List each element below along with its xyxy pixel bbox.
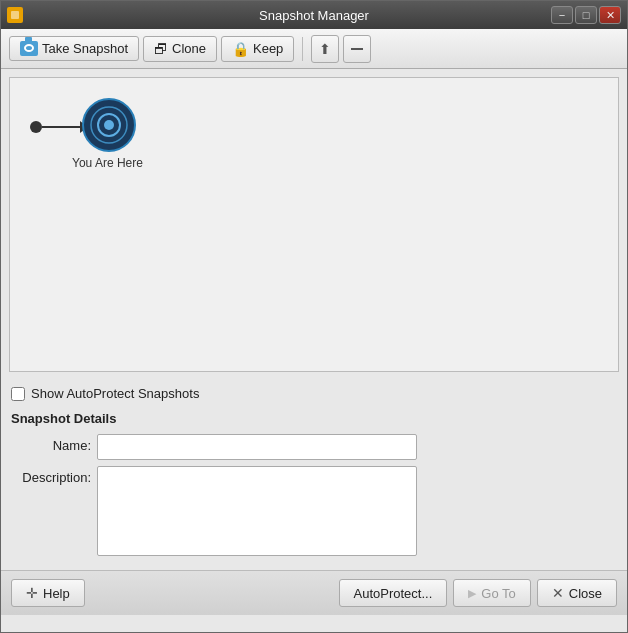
toolbar: Take Snapshot 🗗 Clone 🔒 Keep ⬆ bbox=[1, 29, 627, 69]
snapshot-diagram: You Are Here bbox=[30, 98, 136, 155]
svg-rect-1 bbox=[11, 11, 19, 19]
window-title: Snapshot Manager bbox=[259, 8, 369, 23]
details-section: Snapshot Details Name: Description: bbox=[1, 407, 627, 570]
autoprotect-label: AutoProtect... bbox=[354, 586, 433, 601]
clone-icon: 🗗 bbox=[154, 41, 168, 57]
clone-label: Clone bbox=[172, 41, 206, 56]
current-node-wrapper: You Are Here bbox=[82, 98, 136, 155]
footer-left: ✛ Help bbox=[11, 579, 85, 607]
clone-button[interactable]: 🗗 Clone bbox=[143, 36, 217, 62]
keep-label: Keep bbox=[253, 41, 283, 56]
snapshot-manager-window: Snapshot Manager − □ ✕ Take Snapshot 🗗 C… bbox=[0, 0, 628, 633]
snapshot-area: You Are Here bbox=[9, 77, 619, 372]
take-snapshot-button[interactable]: Take Snapshot bbox=[9, 36, 139, 61]
autoprotect-checkbox-row: Show AutoProtect Snapshots bbox=[1, 380, 627, 407]
title-bar: Snapshot Manager − □ ✕ bbox=[1, 1, 627, 29]
title-bar-left bbox=[7, 7, 23, 23]
start-node bbox=[30, 121, 42, 133]
autoprotect-button[interactable]: AutoProtect... bbox=[339, 579, 448, 607]
autoprotect-checkbox[interactable] bbox=[11, 387, 25, 401]
help-button[interactable]: ✛ Help bbox=[11, 579, 85, 607]
minimize-button[interactable]: − bbox=[551, 6, 573, 24]
connector-line bbox=[42, 126, 82, 128]
restore-button[interactable]: □ bbox=[575, 6, 597, 24]
footer: ✛ Help AutoProtect... ▶ Go To ✕ Close bbox=[1, 570, 627, 615]
svg-rect-2 bbox=[351, 48, 363, 50]
current-snapshot-label: You Are Here bbox=[72, 156, 143, 170]
help-icon: ✛ bbox=[26, 585, 38, 601]
name-label: Name: bbox=[11, 434, 91, 453]
name-input[interactable] bbox=[97, 434, 417, 460]
svg-point-6 bbox=[104, 120, 114, 130]
app-icon bbox=[7, 7, 23, 23]
description-textarea[interactable] bbox=[97, 466, 417, 556]
goto-button[interactable]: ▶ Go To bbox=[453, 579, 530, 607]
close-label: Close bbox=[569, 586, 602, 601]
help-label: Help bbox=[43, 586, 70, 601]
autoprotect-checkbox-label[interactable]: Show AutoProtect Snapshots bbox=[31, 386, 199, 401]
keep-button[interactable]: 🔒 Keep bbox=[221, 36, 294, 62]
description-label: Description: bbox=[11, 466, 91, 485]
title-bar-controls: − □ ✕ bbox=[551, 6, 621, 24]
toolbar-separator bbox=[302, 37, 303, 61]
delete-button[interactable] bbox=[343, 35, 371, 63]
footer-right: AutoProtect... ▶ Go To ✕ Close bbox=[339, 579, 617, 607]
goto-label: Go To bbox=[481, 586, 515, 601]
details-title: Snapshot Details bbox=[11, 411, 617, 426]
keep-icon: 🔒 bbox=[232, 41, 249, 57]
close-footer-icon: ✕ bbox=[552, 585, 564, 601]
close-button[interactable]: ✕ Close bbox=[537, 579, 617, 607]
close-window-button[interactable]: ✕ bbox=[599, 6, 621, 24]
camera-icon bbox=[20, 41, 38, 56]
description-row: Description: bbox=[11, 466, 617, 556]
upload-button[interactable]: ⬆ bbox=[311, 35, 339, 63]
take-snapshot-label: Take Snapshot bbox=[42, 41, 128, 56]
name-row: Name: bbox=[11, 434, 617, 460]
current-snapshot-icon bbox=[82, 98, 136, 152]
goto-icon: ▶ bbox=[468, 587, 476, 600]
